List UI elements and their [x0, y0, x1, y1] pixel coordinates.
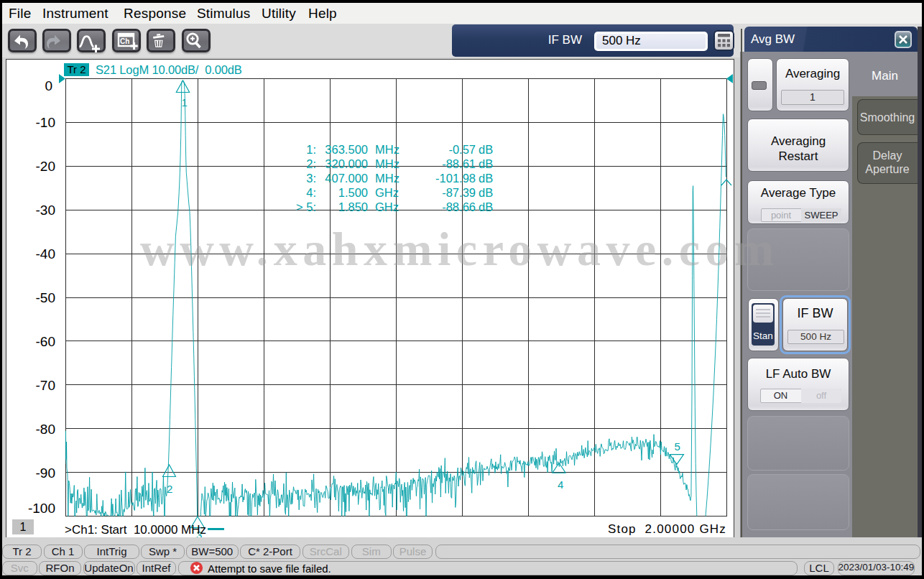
- svg-text:4: 4: [558, 478, 563, 491]
- svg-text:1: 1: [182, 96, 188, 108]
- svg-text:Ch: Ch: [120, 37, 129, 45]
- svg-text:5: 5: [675, 440, 680, 453]
- svg-text:2: 2: [167, 483, 172, 495]
